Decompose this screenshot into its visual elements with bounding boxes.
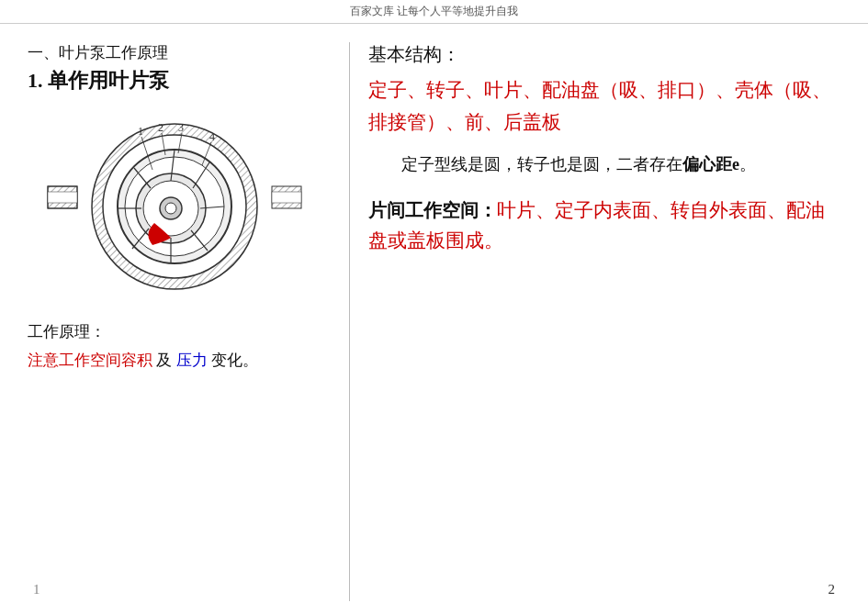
work-space-section: 片间工作空间：叶片、定子内表面、转自外表面、配油盘或盖板围成。 — [368, 195, 840, 257]
work-principle-blue-text: 压力 — [176, 352, 208, 369]
svg-rect-5 — [272, 192, 301, 203]
vertical-divider — [349, 42, 350, 601]
stator-line-section: 定子型线是圆，转子也是圆，二者存在偏心距e。 — [368, 151, 840, 179]
right-panel: 基本结构： 定子、转子、叶片、配油盘（吸、排口）、壳体（吸、排接管）、前、后盖板… — [359, 42, 840, 601]
pump-svg: 1 2 3 4 — [46, 106, 303, 307]
svg-text:1: 1 — [138, 125, 143, 138]
top-bar: 百家文库 让每个人平等地提升自我 — [0, 0, 868, 24]
svg-text:4: 4 — [209, 130, 215, 143]
section-title: 1. 单作用叶片泵 — [28, 67, 321, 95]
work-principle-label: 工作原理： — [28, 323, 106, 340]
work-principle-section: 工作原理： 注意工作空间容积 及 压力 变化。 — [28, 318, 321, 374]
top-bar-text: 百家文库 让每个人平等地提升自我 — [350, 5, 518, 17]
work-principle-red-text: 注意工作空间容积 — [28, 352, 152, 369]
stator-line-text: 定子型线是圆，转子也是圆，二者存在偏心距e。 — [368, 151, 840, 179]
work-space-label: 片间工作空间： — [368, 200, 497, 220]
section-subtitle: 一、叶片泵工作原理 — [28, 42, 321, 63]
svg-rect-3 — [48, 192, 77, 203]
left-panel: 一、叶片泵工作原理 1. 单作用叶片泵 — [28, 42, 340, 601]
content-area: 一、叶片泵工作原理 1. 单作用叶片泵 — [0, 24, 868, 610]
svg-point-13 — [165, 203, 176, 214]
svg-text:2: 2 — [158, 121, 163, 134]
basic-structure-label: 基本结构： — [368, 42, 840, 67]
stator-text-end: 。 — [739, 155, 756, 173]
stator-text-1: 定子型线是圆，转子也是圆，二者存在 — [401, 155, 682, 173]
work-principle-black-text: 及 — [156, 352, 172, 369]
basic-structure-section: 基本结构： 定子、转子、叶片、配油盘（吸、排口）、壳体（吸、排接管）、前、后盖板 — [368, 42, 840, 138]
page-number-right: 2 — [829, 582, 836, 597]
page-number-left: 1 — [33, 582, 40, 597]
vane-pump-diagram: 1 2 3 4 — [46, 106, 303, 307]
svg-text:3: 3 — [178, 121, 184, 134]
stator-bold-e: 偏心距e — [682, 155, 739, 173]
work-principle-end-text: 变化。 — [211, 352, 258, 369]
basic-structure-content: 定子、转子、叶片、配油盘（吸、排口）、壳体（吸、排接管）、前、后盖板 — [368, 74, 840, 138]
